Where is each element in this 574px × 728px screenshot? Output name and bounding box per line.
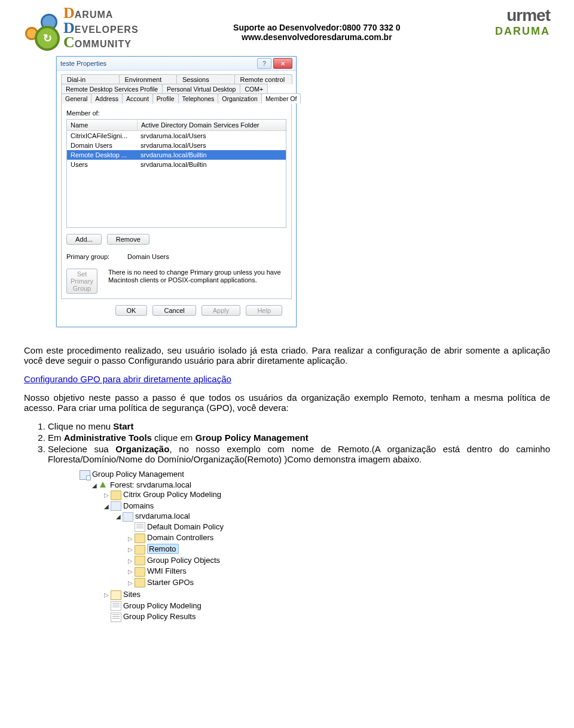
ddc-r1: ARUMA [75, 10, 114, 19]
tree-item[interactable]: Default Domain Policy [127, 522, 550, 533]
folder-icon [111, 491, 121, 500]
forest-icon [99, 481, 108, 489]
gpm-icon [80, 470, 90, 480]
list-item[interactable]: Remote Desktop ...srvdaruma.local/Builti… [67, 150, 286, 160]
tree-item[interactable]: ▷Remoto [127, 544, 550, 555]
doc-body: Com este procedimento realizado, seu usu… [24, 345, 550, 624]
domains-icon [111, 501, 121, 511]
step-1: Clique no menu Start [48, 421, 550, 431]
step-2: Em Administrative Tools clique em Group … [48, 432, 550, 443]
help-button[interactable]: Help [246, 305, 282, 316]
folder-icon [135, 567, 145, 577]
support-url: www.desenvolvedoresdaruma.com.br [242, 32, 392, 42]
ddc-r3: OMMUNITY [75, 39, 132, 48]
sites-icon [111, 590, 121, 600]
tab-pvd[interactable]: Personal Virtual Desktop [162, 84, 240, 94]
tree-forest[interactable]: ◢Forest: srvdaruma.local ▷Citrix Group P… [91, 480, 550, 623]
member-of-pane: Member of: Name Active Directory Domain … [61, 103, 292, 299]
folder-icon [135, 534, 145, 543]
tree-item[interactable]: ▷WMI Filters [127, 566, 550, 577]
support-phone: 0800 770 332 0 [342, 23, 400, 32]
tab-complus[interactable]: COM+ [240, 84, 268, 94]
support-label: Suporte ao Desenvolvedor: [233, 23, 342, 32]
close-icon[interactable]: ✕ [273, 58, 292, 69]
dialog-title: teste Properties [60, 60, 255, 67]
folder-icon [135, 578, 145, 587]
tree-item[interactable]: ▷Starter GPOs [127, 577, 550, 589]
tab-dialin[interactable]: Dial-in [61, 74, 120, 84]
paragraph-2: Nosso objetivo neste passo a passo é que… [24, 392, 550, 413]
cancel-button[interactable]: Cancel [152, 305, 196, 316]
tree-root[interactable]: Group Policy Management ◢Forest: srvdaru… [79, 469, 550, 624]
policy-icon [135, 522, 145, 532]
folder-icon [135, 556, 145, 565]
add-button[interactable]: Add... [66, 234, 102, 245]
tab-organization[interactable]: Organization [218, 93, 262, 103]
tab-rds-profile[interactable]: Remote Desktop Services Profile [61, 84, 163, 94]
primary-group-label: Primary group: [66, 253, 120, 260]
properties-dialog: teste Properties ? ✕ Dial-in Environment… [56, 56, 297, 327]
section-link[interactable]: Configurando GPO para abrir diretamente … [24, 374, 231, 384]
paragraph-1: Com este procedimento realizado, seu usu… [24, 345, 550, 365]
ddc-r2: EVELOPERS [75, 25, 139, 34]
tree-gpm-modeling[interactable]: Group Policy Modeling [103, 601, 550, 612]
tab-account[interactable]: Account [122, 93, 153, 103]
folder-icon [135, 545, 145, 555]
list-item[interactable]: Userssrvdaruma.local/Builtin [67, 160, 286, 169]
urmet-text: urmet [495, 6, 550, 25]
steps-list: Clique no menu Start Em Administrative T… [48, 421, 550, 464]
tab-telephones[interactable]: Telephones [178, 93, 219, 103]
tab-address[interactable]: Address [91, 93, 123, 103]
logo-urmet: urmet DARUMA [495, 6, 550, 38]
primary-group-value: Domain Users [127, 253, 169, 260]
remove-button[interactable]: Remove [107, 234, 149, 245]
ddc-circles-icon: ↻ [24, 10, 60, 46]
tab-member-of[interactable]: Member Of [261, 93, 301, 103]
primary-group-note: There is no need to change Primary group… [108, 269, 286, 294]
tab-sessions[interactable]: Sessions [176, 74, 235, 84]
member-of-list[interactable]: Name Active Directory Domain Services Fo… [66, 119, 286, 228]
list-item[interactable]: Domain Userssrvdaruma.local/Users [67, 141, 286, 150]
ddc-d3: C [63, 35, 75, 50]
tab-environment[interactable]: Environment [119, 74, 178, 84]
set-primary-button[interactable]: Set Primary Group [66, 269, 97, 294]
policy-icon [111, 613, 121, 622]
ok-button[interactable]: OK [115, 305, 148, 316]
step-3: Selecione sua Organização, no nosso exem… [48, 444, 550, 464]
logo-ddc: ↻ DARUMA DEVELOPERS COMMUNITY [24, 6, 139, 50]
member-of-label: Member of: [66, 109, 286, 117]
header-center: Suporte ao Desenvolvedor:0800 770 332 0 … [139, 23, 495, 42]
domain-icon [123, 512, 133, 522]
daruma-text: DARUMA [495, 25, 550, 38]
tab-remote-control[interactable]: Remote control [234, 74, 293, 84]
tab-general[interactable]: General [61, 93, 91, 103]
help-icon[interactable]: ? [257, 58, 271, 69]
tree-domain[interactable]: ◢srvdaruma.local Default Domain Policy▷D… [115, 511, 550, 589]
gpm-tree: Group Policy Management ◢Forest: srvdaru… [79, 469, 550, 624]
tab-row-3: General Address Account Profile Telephon… [61, 93, 292, 103]
tree-sites[interactable]: ▷Sites [103, 589, 550, 601]
dialog-footer: OK Cancel Apply Help [61, 299, 292, 322]
apply-button[interactable]: Apply [201, 305, 241, 316]
tree-domains[interactable]: ◢Domains ◢srvdaruma.local Default Domain… [103, 501, 550, 590]
tree-gpm-results[interactable]: Group Policy Results [103, 611, 550, 623]
list-item[interactable]: CitrixICAFileSigni...srvdaruma.local/Use… [67, 131, 286, 141]
tree-citrix[interactable]: ▷Citrix Group Policy Modeling [103, 489, 550, 501]
dialog-titlebar[interactable]: teste Properties ? ✕ [57, 57, 296, 71]
tab-row-2: Remote Desktop Services Profile Personal… [61, 84, 292, 94]
tree-item[interactable]: ▷Domain Controllers [127, 532, 550, 544]
tab-profile[interactable]: Profile [152, 93, 179, 103]
policy-icon [111, 601, 121, 611]
col-header-path[interactable]: Active Directory Domain Services Folder [138, 120, 286, 130]
col-header-name[interactable]: Name [67, 120, 138, 130]
tree-item[interactable]: ▷Group Policy Objects [127, 555, 550, 566]
page-header: ↻ DARUMA DEVELOPERS COMMUNITY Suporte ao… [24, 6, 550, 50]
ddc-d1: D [63, 6, 75, 21]
tab-row-1: Dial-in Environment Sessions Remote cont… [61, 74, 292, 84]
